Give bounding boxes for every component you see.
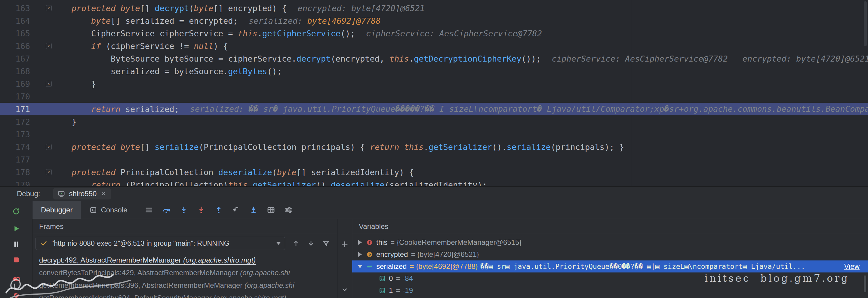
variable-row-this[interactable]: fthis= {CookieRememberMeManager@6515} — [352, 236, 868, 249]
line-number[interactable]: 173 — [0, 130, 30, 139]
line-number[interactable]: 168 — [0, 67, 30, 76]
variable-row-encrypted[interactable]: pencrypted= {byte[4720]@6521} — [352, 249, 868, 260]
stop-button[interactable] — [10, 253, 23, 266]
force-step-into-button[interactable] — [195, 203, 208, 217]
line-number[interactable]: 172 — [0, 117, 30, 127]
app-tab-icon — [57, 190, 65, 198]
code-text[interactable]: return serialized; — [71, 104, 179, 114]
editor-scrollbar[interactable] — [863, 1, 867, 185]
fold-marker[interactable]: ∨ — [46, 5, 52, 11]
stack-frame[interactable]: convertBytesToPrincipals:429, AbstractRe… — [32, 266, 337, 279]
variable-row-serialized[interactable]: serialized= {byte[4692]@7788}��▤ sr▤ jav… — [352, 260, 868, 272]
run-to-cursor-button[interactable] — [247, 203, 260, 217]
console-icon — [89, 206, 97, 214]
code-line: 174∨protected byte[] serialize(Principal… — [0, 141, 868, 153]
watches-toolbar — [337, 219, 352, 298]
chevron-right-icon[interactable] — [358, 252, 362, 257]
line-number[interactable]: 170 — [0, 92, 30, 101]
view-breakpoints-button[interactable] — [10, 272, 23, 286]
thread-selector[interactable]: "http-nio-8080-exec-2"@6,513 in group "m… — [35, 237, 285, 250]
watermark-text: initsec blog.gm7.org — [705, 272, 849, 284]
chevron-right-icon[interactable] — [358, 240, 362, 245]
mute-breakpoints-button[interactable] — [10, 289, 23, 298]
plus-button[interactable] — [338, 238, 351, 251]
step-over-icon — [162, 205, 171, 214]
stack-frame[interactable]: getRememberedPrincipals:396, AbstractRem… — [32, 279, 337, 292]
step-out-button[interactable] — [212, 203, 225, 217]
code-text[interactable]: protected PrincipalCollection deserializ… — [71, 168, 414, 177]
line-number[interactable]: 177 — [0, 155, 30, 164]
code-line: 163∨protected byte[] decrypt(byte[] encr… — [0, 2, 868, 14]
arrow-up-icon — [292, 239, 300, 247]
code-text[interactable]: byte[] serialized = encrypted; — [71, 16, 238, 26]
filter-button[interactable] — [319, 237, 333, 250]
filter-icon — [322, 239, 330, 247]
code-line: 169∧ } — [0, 77, 868, 90]
inline-debugger-hint: cipherService: AesCipherService@7782 enc… — [552, 54, 868, 63]
variables-scrollbar[interactable] — [863, 236, 867, 296]
line-number[interactable]: 165 — [0, 29, 30, 38]
view-link[interactable]: View — [838, 262, 860, 271]
code-line: 164 byte[] serialized = encrypted;serial… — [0, 14, 868, 27]
code-text[interactable]: serialized = byteSource.getBytes(); — [71, 67, 282, 76]
code-text[interactable]: CipherService cipherService = this.getCi… — [71, 29, 355, 38]
variable-name: 0 — [389, 274, 393, 283]
close-icon[interactable] — [100, 191, 107, 197]
execution-line: 171 return serialized;serialized: �� sr�… — [0, 103, 868, 115]
force-step-into-icon — [197, 205, 206, 214]
code-text[interactable]: ByteSource byteSource = cipherService.de… — [71, 54, 541, 63]
code-text[interactable]: } — [71, 79, 96, 89]
chevron-down-icon[interactable] — [358, 265, 363, 268]
fold-marker[interactable]: ∨ — [46, 169, 52, 175]
inline-debugger-hint: serialized: �� sr� java.util.PriorityQue… — [190, 104, 868, 114]
resume-button[interactable] — [10, 222, 23, 235]
arrow-down-button[interactable] — [304, 237, 318, 250]
code-text[interactable]: if (cipherService != null) { — [71, 41, 228, 51]
field-icon: f — [366, 239, 373, 246]
expand-column — [356, 265, 364, 268]
code-text[interactable]: protected byte[] decrypt(byte[] encrypte… — [71, 4, 287, 13]
pause-button[interactable] — [10, 238, 23, 251]
arrow-up-button[interactable] — [289, 237, 303, 250]
fold-marker[interactable]: ∨ — [46, 43, 52, 49]
code-editor[interactable]: 163∨protected byte[] decrypt(byte[] encr… — [0, 0, 868, 186]
debug-session-tab[interactable]: shiro550 — [53, 188, 111, 199]
chevron-down-button[interactable] — [338, 283, 351, 296]
layout-menu-button[interactable] — [142, 203, 155, 217]
line-number[interactable]: 179 — [0, 180, 30, 187]
line-number[interactable]: 171 — [0, 104, 30, 114]
editor-scrollbar-thumb[interactable] — [864, 1, 867, 46]
code-text[interactable]: protected byte[] serialize(PrincipalColl… — [71, 142, 624, 152]
stack-frame[interactable]: getRememberedIdentity:604, DefaultSecuri… — [32, 292, 337, 298]
code-text[interactable]: } — [71, 117, 76, 127]
stack-frame[interactable]: decrypt:492, AbstractRememberMeManager (… — [32, 254, 337, 266]
line-number[interactable]: 178 — [0, 168, 30, 177]
line-number[interactable]: 174 — [0, 142, 30, 152]
step-into-button[interactable] — [177, 203, 190, 217]
fold-marker[interactable]: ∧ — [46, 81, 52, 87]
code-text[interactable]: return (PrincipalCollection)this.getSeri… — [71, 180, 487, 187]
line-number[interactable]: 166 — [0, 41, 30, 51]
line-number[interactable]: 169 — [0, 79, 30, 89]
svg-text:01: 01 — [380, 289, 384, 292]
settings-sliders-button[interactable] — [282, 203, 295, 217]
ide-window: 163∨protected byte[] decrypt(byte[] encr… — [0, 0, 868, 298]
line-number[interactable]: 167 — [0, 54, 30, 63]
line-number[interactable]: 163 — [0, 4, 30, 13]
tab-console[interactable]: Console — [81, 201, 136, 219]
table-view-button[interactable] — [265, 203, 278, 217]
stack-frame-location: getRememberedPrincipals:396, AbstractRem… — [39, 281, 294, 290]
run-to-cursor-icon — [249, 205, 258, 214]
step-over-button[interactable] — [160, 203, 173, 217]
view-breakpoints-icon — [12, 274, 21, 284]
drop-frame-button[interactable] — [229, 203, 243, 217]
debugger-toolbar: DebuggerConsole — [32, 201, 868, 219]
variables-scrollbar-thumb[interactable] — [864, 275, 866, 292]
settings-sliders-icon — [284, 205, 293, 214]
variable-value-preview: ��▤ sr▤ java.util.PriorityQueue��0��?�� … — [480, 263, 805, 270]
rerun-button[interactable] — [10, 205, 23, 218]
line-number[interactable]: 164 — [0, 16, 30, 26]
tab-debugger[interactable]: Debugger — [32, 201, 81, 219]
fold-marker[interactable]: ∨ — [46, 144, 52, 150]
variable-row-1[interactable]: 011=-19 — [352, 285, 868, 297]
